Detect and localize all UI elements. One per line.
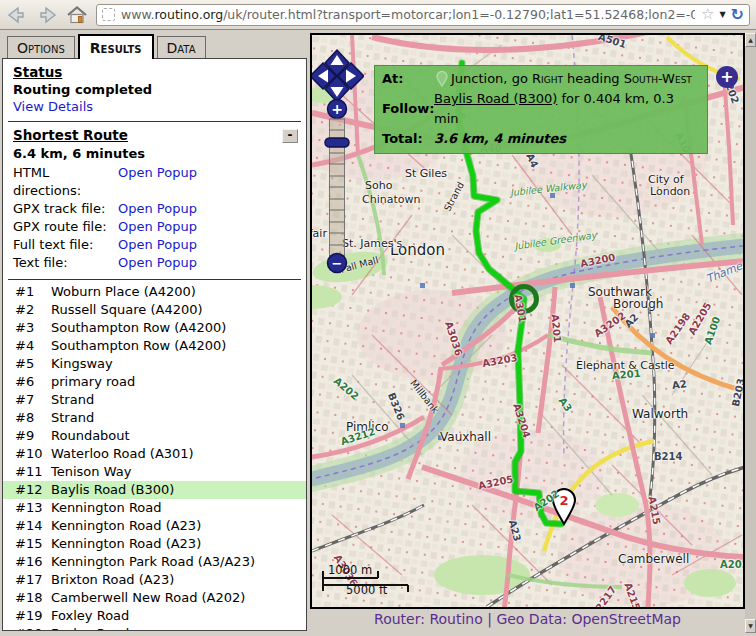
waypoint-ghost-icon	[436, 71, 448, 87]
file-row: GPX route file: Open Popup	[3, 218, 306, 236]
tab-data[interactable]: Data	[157, 36, 206, 58]
tooltip-road-link[interactable]: Baylis Road (B300)	[434, 91, 557, 106]
maximize-map-button[interactable]: +	[716, 66, 738, 88]
zoom-in-button: +	[328, 100, 347, 119]
routino-app: www.routino.org/uk/router.html?transport…	[0, 0, 756, 636]
vertical-scrollbar[interactable]: ▲ ▼	[745, 33, 756, 633]
router-label: Router:	[374, 611, 425, 627]
bookmark-star-icon[interactable]: ☆	[701, 7, 714, 22]
scroll-up-icon[interactable]: ▲	[745, 33, 756, 47]
map-viewport[interactable]: 2 London Soho Chinatown St Giles St. Jam…	[310, 33, 745, 609]
results-panel: Status Routing completed View Details Sh…	[2, 58, 307, 631]
file-label: Full text file:	[13, 236, 118, 254]
route-step-highlighted[interactable]: #12Baylis Road (B300)	[3, 481, 306, 499]
route-step[interactable]: #20Foxley Road	[3, 625, 306, 631]
route-tooltip: At: Junction, go Right heading South-Wes…	[374, 65, 708, 154]
route-step[interactable]: #16Kennington Park Road (A3/A23)	[3, 553, 306, 571]
tab-options[interactable]: Options	[7, 36, 75, 58]
svg-text:+: +	[331, 101, 343, 117]
route-step[interactable]: #7Strand	[3, 391, 306, 409]
tooltip-total-label: Total:	[382, 129, 434, 149]
divider	[8, 121, 301, 122]
open-popup-link[interactable]: Open Popup	[118, 200, 197, 218]
reload-icon[interactable]: ↻	[731, 7, 744, 23]
route-step[interactable]: #14Kennington Road (A23)	[3, 517, 306, 535]
route-step[interactable]: #18Camberwell New Road (A202)	[3, 589, 306, 607]
favicon-placeholder-icon	[102, 8, 115, 21]
file-row: GPX track file: Open Popup	[3, 200, 306, 218]
route-step[interactable]: #4Southampton Row (A4200)	[3, 337, 306, 355]
tooltip-follow-text: Baylis Road (B300) for 0.404 km, 0.3 min	[434, 89, 700, 129]
shortest-route-heading: Shortest Route	[13, 127, 128, 144]
back-icon[interactable]	[6, 6, 28, 24]
tooltip-at-text: Junction, go Right heading South-West	[451, 69, 692, 89]
file-row: Full text file: Open Popup	[3, 236, 306, 254]
openstreetmap-link[interactable]: OpenStreetMap	[571, 611, 680, 627]
tooltip-total-value: 3.6 km, 4 minutes	[434, 129, 566, 149]
file-label: GPX track file:	[13, 200, 118, 218]
map-scale-bar: 1000 m 5000 ft	[320, 563, 420, 599]
zoom-slider	[325, 119, 349, 256]
route-step[interactable]: #9Roundabout	[3, 427, 306, 445]
route-step[interactable]: #17Brixton Road (A23)	[3, 571, 306, 589]
attribution-footer: Router: Routino | Geo Data: OpenStreetMa…	[310, 611, 745, 627]
route-step[interactable]: #15Kennington Road (A23)	[3, 535, 306, 553]
route-step[interactable]: #13Kennington Road	[3, 499, 306, 517]
geodata-label: Geo Data:	[496, 611, 567, 627]
open-popup-link[interactable]: Open Popup	[118, 164, 197, 200]
svg-text:−: −	[332, 256, 343, 271]
file-row: HTML directions: Open Popup	[3, 164, 306, 200]
status-text: Routing completed	[13, 81, 296, 98]
routino-link[interactable]: Routino	[429, 611, 482, 627]
home-icon[interactable]	[66, 6, 88, 24]
tooltip-at-label: At:	[382, 69, 434, 89]
divider	[8, 279, 301, 280]
route-step[interactable]: #6primary road	[3, 373, 306, 391]
route-steps-list: #1Woburn Place (A4200) #2Russell Square …	[3, 283, 306, 631]
file-label: HTML directions:	[13, 164, 118, 200]
tooltip-follow-label: Follow:	[382, 99, 434, 119]
status-heading: Status	[13, 64, 296, 81]
url-dropdown-icon[interactable]: ▼	[719, 10, 725, 19]
collapse-button[interactable]: -	[282, 129, 298, 143]
route-step[interactable]: #3Southampton Row (A4200)	[3, 319, 306, 337]
route-step[interactable]: #10Waterloo Road (A301)	[3, 445, 306, 463]
route-summary: 6.4 km, 6 minutes	[3, 144, 306, 164]
file-label: GPX route file:	[13, 218, 118, 236]
route-step[interactable]: #8Strand	[3, 409, 306, 427]
file-row: Text file: Open Popup	[3, 254, 306, 272]
tab-results[interactable]: Results	[78, 34, 154, 59]
view-details-link[interactable]: View Details	[13, 98, 93, 115]
url-bar[interactable]: www.routino.org/uk/router.html?transport…	[96, 4, 750, 26]
open-popup-link[interactable]: Open Popup	[118, 236, 197, 254]
svg-text:2: 2	[559, 493, 568, 508]
url-text: www.routino.org/uk/router.html?transport…	[121, 7, 695, 22]
footer-separator: |	[487, 611, 492, 627]
file-label: Text file:	[13, 254, 118, 272]
route-step[interactable]: #11Tenison Way	[3, 463, 306, 481]
route-step[interactable]: #5Kingsway	[3, 355, 306, 373]
browser-toolbar: www.routino.org/uk/router.html?transport…	[0, 0, 756, 30]
zoom-slider-handle	[325, 138, 349, 147]
zoom-out-button: −	[328, 254, 347, 273]
forward-icon[interactable]	[36, 6, 58, 24]
route-step[interactable]: #19Foxley Road	[3, 607, 306, 625]
route-step[interactable]: #1Woburn Place (A4200)	[3, 283, 306, 301]
pan-zoom-control[interactable]: + −	[312, 35, 364, 280]
scroll-down-icon[interactable]: ▼	[745, 619, 756, 633]
route-step[interactable]: #2Russell Square (A4200)	[3, 301, 306, 319]
open-popup-link[interactable]: Open Popup	[118, 254, 197, 272]
tab-strip: Options Results Data	[0, 30, 310, 58]
open-popup-link[interactable]: Open Popup	[118, 218, 197, 236]
